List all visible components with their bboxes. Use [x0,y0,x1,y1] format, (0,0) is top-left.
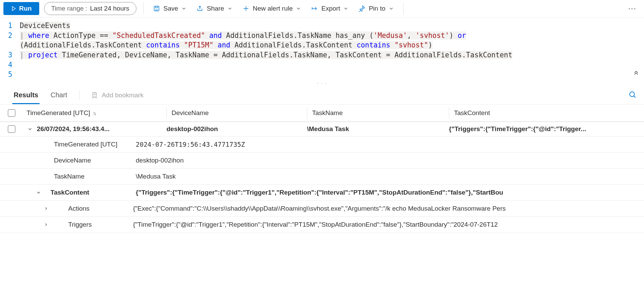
code-token: ) [428,41,432,49]
detail-row: Triggers {"TimeTrigger":{"@id":"Trigger1… [0,217,644,233]
row-checkbox[interactable] [8,125,15,133]
collapse-editor-button[interactable] [633,70,639,77]
query-editor[interactable]: 1 DeviceEvents 2 | where ActionType == "… [0,17,644,80]
chevron-down-icon [181,6,186,11]
search-button[interactable] [628,90,637,100]
chevron-down-icon [36,190,41,195]
run-label: Run [19,5,32,12]
table-header: TimeGenerated [UTC] ↑↓ DeviceName TaskNa… [0,104,644,122]
detail-key: TaskContent [44,189,136,196]
expand-detail-button[interactable] [44,222,48,227]
code-token: "PT15M" [184,41,213,49]
toolbar: Run Time range : Last 24 hours Save Shar… [0,0,644,17]
detail-value: \Medusa Task [136,173,644,180]
new-alert-button[interactable]: New alert rule [240,3,304,14]
play-icon [11,6,16,11]
chevron-down-icon [343,6,348,11]
column-header-taskcontent[interactable]: TaskContent [449,107,644,119]
chevron-down-icon [296,6,301,11]
double-chevron-up-icon [633,70,639,76]
code-token: and [218,41,230,49]
detail-key: Triggers [55,221,133,228]
code-token: ( [369,31,373,40]
detail-key: TimeGenerated [UTC] [37,141,136,148]
bookmark-icon [91,91,98,99]
code-token: or [458,31,466,40]
code-token: == [100,31,108,40]
detail-value: {"TimeTrigger":{"@id":"Trigger1","Repeti… [133,221,644,228]
pin-button[interactable]: Pin to [356,3,396,14]
detail-key: DeviceName [37,157,136,164]
tab-chart[interactable]: Chart [49,86,69,104]
pin-icon [358,5,365,12]
line-number: 2 [0,31,20,50]
tabs-separator [79,90,80,100]
ellipsis-icon: ··· [628,4,636,13]
sort-icon: ↑↓ [93,110,95,116]
export-button[interactable]: Export [308,3,351,14]
svg-rect-0 [154,6,159,11]
line-number: 3 [0,50,20,60]
code-token: contains [356,41,390,49]
code-token: AdditionalFields.TaskContent [234,41,352,49]
column-header-time[interactable]: TimeGenerated [UTC] ↑↓ [23,107,166,119]
share-button[interactable]: Share [194,3,235,14]
run-button[interactable]: Run [3,2,39,15]
chevron-right-icon [44,206,48,211]
expand-detail-button[interactable] [44,206,48,211]
code-token: 'svhost' [415,31,449,40]
save-label: Save [163,5,178,12]
tab-results[interactable]: Results [12,86,40,104]
add-bookmark-button[interactable]: Add bookmark [91,91,144,99]
select-all-checkbox[interactable] [8,109,15,117]
code-token: | [20,31,24,40]
code-token: , [407,31,411,40]
detail-value: {"Triggers":{"TimeTrigger":{"@id":"Trigg… [136,189,644,196]
detail-value: 2024-07-26T19:56:43.4771735Z [136,141,644,148]
svg-point-1 [630,92,634,97]
chevron-right-icon [44,222,48,227]
pin-label: Pin to [369,5,385,12]
results-tabs: Results Chart Add bookmark [0,86,644,104]
cell-time: 26/07/2024, 19:56:43.4... [37,125,166,133]
resize-handle[interactable]: · · · [0,80,644,86]
more-button[interactable]: ··· [624,2,641,15]
detail-value: {"Exec":{"Command":"C:\\Users\\shaddy\\A… [133,205,644,212]
new-alert-label: New alert rule [253,5,293,12]
save-button[interactable]: Save [150,3,189,14]
cell-taskname: \Medusa Task [307,125,449,133]
detail-key: TaskName [37,173,136,180]
table-row[interactable]: 26/07/2024, 19:56:43.4... desktop-002iho… [0,122,644,137]
export-icon [311,5,318,12]
toolbar-separator [403,2,404,15]
column-header-taskname[interactable]: TaskName [307,107,449,119]
export-label: Export [321,5,340,12]
toolbar-separator [143,2,144,15]
code-token: where [28,31,49,40]
column-header-device[interactable]: DeviceName [166,107,307,119]
detail-row: Actions {"Exec":{"Command":"C:\\Users\\s… [0,201,644,217]
chevron-down-icon [228,6,232,11]
code-token: AdditionalFields.TaskContent [24,41,142,49]
timerange-label: Time range : [51,5,87,12]
detail-row: DeviceName desktop-002ihon [0,153,644,169]
code-token: and [209,31,222,40]
line-number: 1 [0,21,20,31]
code-token: project [28,51,58,59]
expand-row-button[interactable] [23,126,37,132]
cell-device: desktop-002ihon [166,125,307,133]
save-icon [153,5,160,12]
line-number: 5 [0,70,20,80]
code-token: ( [20,41,24,49]
detail-value: desktop-002ihon [136,157,644,164]
code-token: contains [146,41,180,49]
bookmark-label: Add bookmark [102,91,144,99]
code-token: 'Medusa' [374,31,407,40]
share-label: Share [207,5,224,12]
expand-detail-button[interactable] [33,190,44,195]
chevron-down-icon [27,126,33,132]
timerange-pill[interactable]: Time range : Last 24 hours [44,2,136,15]
results-table: TimeGenerated [UTC] ↑↓ DeviceName TaskNa… [0,104,644,233]
detail-row: TaskContent {"Triggers":{"TimeTrigger":{… [0,185,644,201]
chevron-down-icon [389,6,394,11]
